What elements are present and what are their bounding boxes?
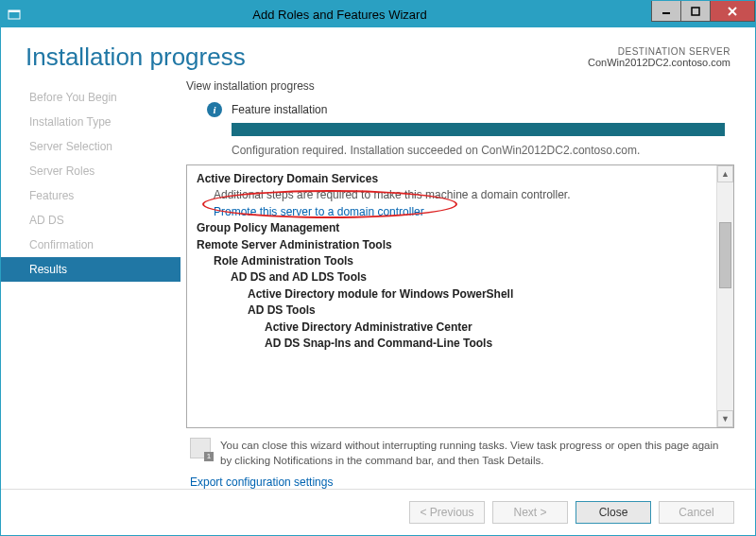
result-rsat: Remote Server Administration Tools: [197, 237, 713, 253]
step-confirmation: Confirmation: [1, 233, 180, 257]
window-controls: [652, 1, 755, 27]
footer-note: You can close this wizard without interr…: [186, 436, 734, 474]
svg-rect-3: [692, 8, 699, 15]
cancel-button: Cancel: [659, 501, 734, 524]
scroll-up-icon[interactable]: ▲: [717, 165, 733, 182]
scroll-down-icon[interactable]: ▼: [717, 410, 733, 427]
step-installation-type: Installation Type: [1, 110, 180, 134]
info-icon: i: [207, 102, 222, 117]
step-before-you-begin: Before You Begin: [1, 85, 180, 110]
step-ad-ds: AD DS: [1, 208, 180, 233]
configuration-message: Configuration required. Installation suc…: [186, 144, 734, 164]
promote-server-link[interactable]: Promote this server to a domain controll…: [197, 204, 713, 220]
destination-server: ConWin2012DC2.contoso.com: [588, 57, 730, 68]
results-scrollbar[interactable]: ▲ ▼: [716, 165, 733, 427]
feature-installation-label: Feature installation: [232, 103, 327, 116]
step-server-selection: Server Selection: [1, 134, 180, 159]
destination-info: DESTINATION SERVER ConWin2012DC2.contoso…: [588, 43, 730, 68]
destination-label: DESTINATION SERVER: [588, 46, 730, 57]
wizard-steps-sidebar: Before You Begin Installation Type Serve…: [1, 79, 180, 489]
step-results: Results: [1, 257, 180, 282]
footer-note-text: You can close this wizard without interr…: [220, 438, 730, 468]
notifications-flag-icon: [190, 438, 211, 458]
progress-bar: [232, 123, 725, 136]
maximize-button[interactable]: [680, 1, 711, 22]
export-settings-link[interactable]: Export configuration settings: [186, 474, 734, 489]
feature-status-row: i Feature installation: [186, 102, 734, 117]
step-features: Features: [1, 183, 180, 208]
app-icon: [7, 7, 22, 22]
page-title: Installation progress: [26, 43, 588, 72]
result-adac: Active Directory Administrative Center: [197, 320, 713, 336]
progress-bar-wrap: [186, 123, 734, 136]
result-adds-heading: Active Directory Domain Services: [197, 171, 713, 187]
close-window-button[interactable]: [710, 1, 755, 22]
main-panel: View installation progress i Feature ins…: [180, 79, 755, 489]
wizard-window: Add Roles and Features Wizard Installati…: [0, 0, 756, 536]
result-snapins: AD DS Snap-Ins and Command-Line Tools: [197, 336, 713, 352]
result-rat: Role Administration Tools: [197, 253, 713, 269]
close-button[interactable]: Close: [576, 501, 651, 524]
result-gpm: Group Policy Management: [197, 220, 713, 236]
result-adds-lds: AD DS and AD LDS Tools: [197, 269, 713, 285]
result-ad-powershell: Active Directory module for Windows Powe…: [197, 286, 713, 303]
result-adds-subtext: Additional steps are required to make th…: [197, 187, 713, 203]
window-title: Add Roles and Features Wizard: [27, 8, 652, 22]
svg-rect-1: [9, 10, 20, 12]
scroll-thumb[interactable]: [719, 222, 731, 288]
result-adds-tools: AD DS Tools: [197, 303, 713, 319]
next-button: Next >: [492, 501, 568, 524]
view-progress-label: View installation progress: [186, 79, 734, 93]
previous-button: < Previous: [409, 501, 485, 524]
header: Installation progress DESTINATION SERVER…: [1, 27, 755, 79]
minimize-button[interactable]: [651, 1, 681, 22]
results-tree: Active Directory Domain Services Additio…: [187, 165, 716, 427]
results-box: Active Directory Domain Services Additio…: [186, 164, 734, 428]
step-server-roles: Server Roles: [1, 159, 180, 183]
button-bar: < Previous Next > Close Cancel: [1, 489, 755, 535]
titlebar: Add Roles and Features Wizard: [1, 1, 755, 27]
